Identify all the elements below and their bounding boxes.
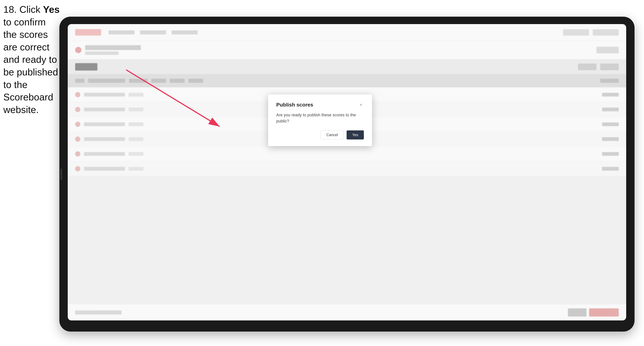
publish-scores-button [589,308,619,317]
modal-close-button[interactable]: × [358,102,364,108]
row-score [602,122,619,126]
row-name [84,152,125,156]
row-icon [75,137,80,142]
row-score [602,108,619,111]
bottom-bar [68,304,626,321]
title-main [85,45,141,50]
tablet-screen: Publish scores × Are you ready to publis… [68,24,626,321]
nav-right [563,29,619,35]
title-right-button [596,47,619,53]
action-secondary-btn [578,63,596,70]
nav-bar [68,24,626,41]
th-score3 [188,79,203,83]
row-icon [75,92,80,97]
row-icon [75,122,80,127]
step-number: 18. [3,4,17,15]
table-header [68,74,626,87]
row-val [128,93,144,97]
row-score [602,93,619,97]
yes-button[interactable]: Yes [346,130,364,140]
nav-account-btn [563,29,589,35]
row-val [128,108,144,111]
title-sub [85,51,118,55]
row-name [84,108,125,111]
nav-link-competitions [108,30,134,34]
instruction-suffix: to confirm the scores are correct and re… [3,17,58,115]
th-class [129,79,148,83]
background-ui [68,24,626,321]
nav-links [108,30,198,34]
row-val [128,137,144,141]
row-icon [75,166,80,171]
action-bar [68,59,626,74]
table-row [68,161,626,176]
th-total [600,79,619,83]
modal-title: Publish scores [276,102,313,108]
row-icon [75,151,80,157]
modal-body-text: Are you ready to publish these scores to… [276,112,364,124]
row-val [128,167,144,171]
title-row [68,41,626,59]
modal-dialog: Publish scores × Are you ready to publis… [268,94,372,146]
row-score [602,152,619,156]
th-score2 [170,79,184,83]
row-score [602,167,619,171]
action-secondary-btn-2 [600,63,619,70]
th-competitor [88,79,125,83]
row-icon [75,107,80,112]
back-button [568,308,586,317]
row-name [84,122,125,126]
th-rank [75,79,84,83]
row-name [84,93,125,97]
nav-link-results [172,30,198,34]
title-icon [75,47,82,53]
title-text-block [85,45,593,55]
action-primary-btn [75,63,98,71]
table-row [68,147,626,161]
row-name [84,167,125,171]
row-name [84,137,125,141]
nav-logo [75,29,101,35]
modal-header: Publish scores × [276,102,364,108]
cancel-button[interactable]: Cancel [320,130,344,140]
row-val [128,152,144,156]
th-score1 [151,79,166,83]
tablet-side-button [60,169,62,180]
modal-footer: Cancel Yes [276,130,364,140]
nav-link-events [140,30,166,34]
row-val [128,122,144,126]
nav-signout-btn [593,29,619,35]
instruction-prefix: Click [20,4,43,15]
instruction-text: 18. Click Yes to confirm the scores are … [3,3,61,116]
tablet-device: Publish scores × Are you ready to publis… [59,17,634,332]
bottom-info-text [75,311,122,315]
instruction-bold: Yes [43,4,60,15]
row-score [602,137,619,141]
